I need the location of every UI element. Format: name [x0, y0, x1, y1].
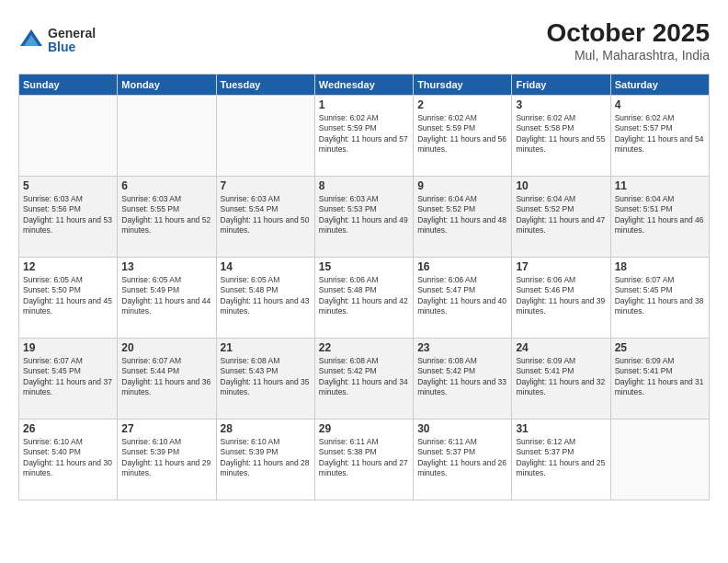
day-number: 14: [221, 260, 311, 273]
day-number: 7: [221, 179, 311, 192]
calendar-table: Sunday Monday Tuesday Wednesday Thursday…: [18, 74, 710, 500]
col-saturday: Saturday: [610, 75, 709, 96]
col-tuesday: Tuesday: [216, 75, 314, 96]
table-row: 31Sunrise: 6:12 AMSunset: 5:37 PMDayligh…: [512, 419, 610, 500]
day-info: Sunrise: 6:11 AMSunset: 5:37 PMDaylight:…: [417, 437, 507, 479]
day-info: Sunrise: 6:07 AMSunset: 5:45 PMDaylight:…: [615, 275, 705, 317]
table-row: 22Sunrise: 6:08 AMSunset: 5:42 PMDayligh…: [314, 339, 413, 419]
day-info: Sunrise: 6:07 AMSunset: 5:45 PMDaylight:…: [23, 356, 113, 398]
day-info: Sunrise: 6:03 AMSunset: 5:55 PMDaylight:…: [121, 194, 211, 236]
table-row: 25Sunrise: 6:09 AMSunset: 5:41 PMDayligh…: [610, 339, 709, 419]
day-number: 31: [516, 422, 606, 435]
day-info: Sunrise: 6:03 AMSunset: 5:56 PMDaylight:…: [23, 194, 113, 236]
day-info: Sunrise: 6:05 AMSunset: 5:50 PMDaylight:…: [23, 275, 113, 317]
table-row: 3Sunrise: 6:02 AMSunset: 5:58 PMDaylight…: [512, 96, 610, 177]
table-row: 18Sunrise: 6:07 AMSunset: 5:45 PMDayligh…: [610, 258, 709, 339]
table-row: 1Sunrise: 6:02 AMSunset: 5:59 PMDaylight…: [314, 96, 413, 177]
day-info: Sunrise: 6:02 AMSunset: 5:57 PMDaylight:…: [615, 113, 705, 155]
table-row: 30Sunrise: 6:11 AMSunset: 5:37 PMDayligh…: [414, 419, 512, 500]
table-row: 9Sunrise: 6:04 AMSunset: 5:52 PMDaylight…: [414, 177, 512, 258]
day-number: 20: [121, 341, 211, 354]
col-monday: Monday: [118, 75, 216, 96]
day-info: Sunrise: 6:08 AMSunset: 5:43 PMDaylight:…: [221, 356, 311, 398]
day-info: Sunrise: 6:08 AMSunset: 5:42 PMDaylight:…: [319, 356, 409, 398]
col-wednesday: Wednesday: [314, 75, 413, 96]
month-title: October 2025: [547, 18, 710, 48]
day-info: Sunrise: 6:07 AMSunset: 5:44 PMDaylight:…: [121, 356, 211, 398]
day-info: Sunrise: 6:03 AMSunset: 5:54 PMDaylight:…: [221, 194, 311, 236]
day-info: Sunrise: 6:10 AMSunset: 5:39 PMDaylight:…: [121, 437, 211, 479]
day-number: 21: [221, 341, 311, 354]
day-info: Sunrise: 6:06 AMSunset: 5:47 PMDaylight:…: [417, 275, 507, 317]
day-number: 27: [121, 422, 211, 435]
table-row: 23Sunrise: 6:08 AMSunset: 5:42 PMDayligh…: [414, 339, 512, 419]
calendar-week-row: 26Sunrise: 6:10 AMSunset: 5:40 PMDayligh…: [19, 419, 710, 500]
table-row: 26Sunrise: 6:10 AMSunset: 5:40 PMDayligh…: [19, 419, 118, 500]
calendar-week-row: 5Sunrise: 6:03 AMSunset: 5:56 PMDaylight…: [19, 177, 710, 258]
table-row: 21Sunrise: 6:08 AMSunset: 5:43 PMDayligh…: [216, 339, 314, 419]
table-row: 13Sunrise: 6:05 AMSunset: 5:49 PMDayligh…: [118, 258, 216, 339]
table-row: 15Sunrise: 6:06 AMSunset: 5:48 PMDayligh…: [314, 258, 413, 339]
col-thursday: Thursday: [414, 75, 512, 96]
table-row: 8Sunrise: 6:03 AMSunset: 5:53 PMDaylight…: [314, 177, 413, 258]
logo-text: General Blue: [48, 27, 96, 55]
table-row: 6Sunrise: 6:03 AMSunset: 5:55 PMDaylight…: [118, 177, 216, 258]
calendar-week-row: 12Sunrise: 6:05 AMSunset: 5:50 PMDayligh…: [19, 258, 710, 339]
col-friday: Friday: [512, 75, 610, 96]
table-row: 19Sunrise: 6:07 AMSunset: 5:45 PMDayligh…: [19, 339, 118, 419]
day-info: Sunrise: 6:06 AMSunset: 5:46 PMDaylight:…: [516, 275, 606, 317]
col-sunday: Sunday: [19, 75, 118, 96]
table-row: 7Sunrise: 6:03 AMSunset: 5:54 PMDaylight…: [216, 177, 314, 258]
day-info: Sunrise: 6:04 AMSunset: 5:51 PMDaylight:…: [615, 194, 705, 236]
day-number: 15: [319, 260, 409, 273]
day-info: Sunrise: 6:11 AMSunset: 5:38 PMDaylight:…: [319, 437, 409, 479]
table-row: 5Sunrise: 6:03 AMSunset: 5:56 PMDaylight…: [19, 177, 118, 258]
day-info: Sunrise: 6:09 AMSunset: 5:41 PMDaylight:…: [516, 356, 606, 398]
logo-general-text: General: [48, 27, 96, 40]
title-block: October 2025 Mul, Maharashtra, India: [547, 18, 710, 63]
table-row: 10Sunrise: 6:04 AMSunset: 5:52 PMDayligh…: [512, 177, 610, 258]
day-info: Sunrise: 6:10 AMSunset: 5:39 PMDaylight:…: [221, 437, 311, 479]
day-number: 29: [319, 422, 409, 435]
day-number: 25: [615, 341, 705, 354]
day-number: 6: [121, 179, 211, 192]
day-number: 16: [417, 260, 507, 273]
day-info: Sunrise: 6:06 AMSunset: 5:48 PMDaylight:…: [319, 275, 409, 317]
day-info: Sunrise: 6:10 AMSunset: 5:40 PMDaylight:…: [23, 437, 113, 479]
day-number: 13: [121, 260, 211, 273]
day-info: Sunrise: 6:02 AMSunset: 5:59 PMDaylight:…: [319, 113, 409, 155]
table-row: [118, 96, 216, 177]
day-number: 1: [319, 98, 409, 111]
day-number: 5: [23, 179, 113, 192]
day-number: 3: [516, 98, 606, 111]
table-row: 2Sunrise: 6:02 AMSunset: 5:59 PMDaylight…: [414, 96, 512, 177]
table-row: 12Sunrise: 6:05 AMSunset: 5:50 PMDayligh…: [19, 258, 118, 339]
day-number: 28: [221, 422, 311, 435]
table-row: 24Sunrise: 6:09 AMSunset: 5:41 PMDayligh…: [512, 339, 610, 419]
day-info: Sunrise: 6:05 AMSunset: 5:49 PMDaylight:…: [121, 275, 211, 317]
page: General Blue October 2025 Mul, Maharasht…: [0, 0, 728, 563]
header: General Blue October 2025 Mul, Maharasht…: [18, 18, 710, 63]
day-number: 23: [417, 341, 507, 354]
table-row: [19, 96, 118, 177]
day-number: 12: [23, 260, 113, 273]
day-info: Sunrise: 6:08 AMSunset: 5:42 PMDaylight:…: [417, 356, 507, 398]
day-info: Sunrise: 6:02 AMSunset: 5:59 PMDaylight:…: [417, 113, 507, 155]
location: Mul, Maharashtra, India: [547, 48, 710, 63]
day-info: Sunrise: 6:09 AMSunset: 5:41 PMDaylight:…: [615, 356, 705, 398]
day-number: 2: [417, 98, 507, 111]
table-row: 4Sunrise: 6:02 AMSunset: 5:57 PMDaylight…: [610, 96, 709, 177]
day-info: Sunrise: 6:05 AMSunset: 5:48 PMDaylight:…: [221, 275, 311, 317]
logo-blue-text: Blue: [48, 40, 96, 54]
day-info: Sunrise: 6:04 AMSunset: 5:52 PMDaylight:…: [417, 194, 507, 236]
table-row: 20Sunrise: 6:07 AMSunset: 5:44 PMDayligh…: [118, 339, 216, 419]
day-number: 9: [417, 179, 507, 192]
calendar-week-row: 1Sunrise: 6:02 AMSunset: 5:59 PMDaylight…: [19, 96, 710, 177]
day-number: 17: [516, 260, 606, 273]
day-number: 11: [615, 179, 705, 192]
day-number: 24: [516, 341, 606, 354]
day-number: 26: [23, 422, 113, 435]
table-row: [610, 419, 709, 500]
day-number: 22: [319, 341, 409, 354]
calendar-header-row: Sunday Monday Tuesday Wednesday Thursday…: [19, 75, 710, 96]
